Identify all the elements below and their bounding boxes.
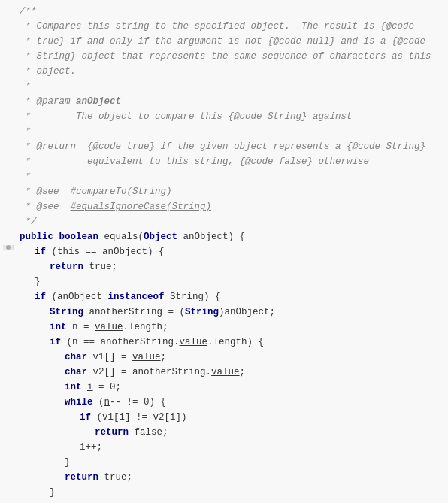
line-comment-open: /** — [0, 5, 448, 20]
line-text: * The object to compare this {@code Stri… — [20, 110, 448, 124]
line-comment-6: * — [0, 125, 448, 140]
line-text: } — [20, 486, 448, 500]
line-text: * @return {@code true} if the given obje… — [20, 140, 448, 154]
line-text: String anotherString = (String)anObject; — [20, 305, 448, 320]
line-if-n: if (n == anotherString.value.length) { — [0, 335, 448, 350]
line-text: * @see #equalsIgnoreCase(String) — [20, 200, 448, 214]
line-see-2: * @see #equalsIgnoreCase(String) — [0, 200, 448, 215]
line-text: int i = 0; — [20, 380, 448, 395]
line-int-i: int i = 0; — [0, 380, 448, 395]
line-text: char v2[] = anotherString.value; — [20, 365, 448, 380]
line-return: * @return {@code true} if the given obje… — [0, 140, 448, 155]
line-int-n: int n = value.length; — [0, 320, 448, 335]
line-method-sig: public boolean equals(Object anObject) { — [0, 230, 448, 245]
line-if-this: if (this == anObject) { — [0, 245, 448, 260]
line-while: while (n-- != 0) { — [0, 395, 448, 411]
line-comment-1: * Compares this string to the specified … — [0, 20, 448, 35]
line-comment-3: * String} object that represents the sam… — [0, 50, 448, 65]
line-text: * String} object that represents the sam… — [20, 50, 448, 64]
breakpoint-dot[interactable] — [6, 245, 11, 250]
line-return-desc: * equivalent to this string, {@code fals… — [0, 155, 448, 170]
line-comment-5: * — [0, 80, 448, 95]
line-param: * @param anObject — [0, 95, 448, 110]
line-text: if (this == anObject) { — [20, 245, 448, 259]
line-see-1: * @see #compareTo(String) — [0, 185, 448, 200]
line-char-v1: char v1[] = value; — [0, 350, 448, 365]
line-text: i++; — [20, 441, 448, 455]
line-close-while: } — [0, 456, 448, 471]
line-text: * — [20, 170, 448, 184]
line-text: */ — [20, 215, 448, 229]
line-text: } — [20, 275, 448, 289]
line-if-instanceof: if (anObject instanceof String) { — [0, 290, 448, 305]
line-text: * — [20, 80, 448, 94]
line-text: if (anObject instanceof String) { — [20, 290, 448, 305]
code-viewer: /** * Compares this string to the specif… — [0, 0, 448, 503]
line-close-if-n: } — [0, 486, 448, 501]
line-if-v1v2: if (v1[i] != v2[i]) — [0, 411, 448, 426]
line-text: char v1[] = value; — [20, 350, 448, 365]
line-comment-4: * object. — [0, 65, 448, 80]
line-text: * object. — [20, 65, 448, 79]
line-text: * — [20, 125, 448, 139]
line-text: int n = value.length; — [20, 320, 448, 335]
line-text: * Compares this string to the specified … — [20, 20, 448, 34]
line-text: public boolean equals(Object anObject) { — [20, 230, 448, 244]
line-return-true-2: return true; — [0, 471, 448, 486]
line-text: * @see #compareTo(String) — [20, 185, 448, 199]
line-text: if (n == anotherString.value.length) { — [20, 335, 448, 350]
gutter — [3, 245, 14, 250]
line-char-v2: char v2[] = anotherString.value; — [0, 365, 448, 380]
line-string-decl: String anotherString = (String)anObject; — [0, 305, 448, 320]
line-return-true-1: return true; — [0, 260, 448, 275]
line-text: return true; — [20, 471, 448, 485]
line-text: * equivalent to this string, {@code fals… — [20, 155, 448, 169]
line-text: return true; — [20, 260, 448, 274]
line-text: /** — [20, 5, 448, 19]
line-text: return false; — [20, 426, 448, 440]
line-i-plus: i++; — [0, 441, 448, 456]
line-return-false: return false; — [0, 426, 448, 441]
line-comment-2: * true} if and only if the argument is n… — [0, 35, 448, 50]
line-comment-close: */ — [0, 215, 448, 230]
line-close-brace-1: } — [0, 275, 448, 290]
line-text: } — [20, 456, 448, 470]
line-text: if (v1[i] != v2[i]) — [20, 411, 448, 425]
line-text: * @param anObject — [20, 95, 448, 109]
line-comment-7: * — [0, 170, 448, 185]
line-text: while (n-- != 0) { — [20, 395, 448, 410]
line-text: * true} if and only if the argument is n… — [20, 35, 448, 49]
line-param-desc: * The object to compare this {@code Stri… — [0, 110, 448, 125]
